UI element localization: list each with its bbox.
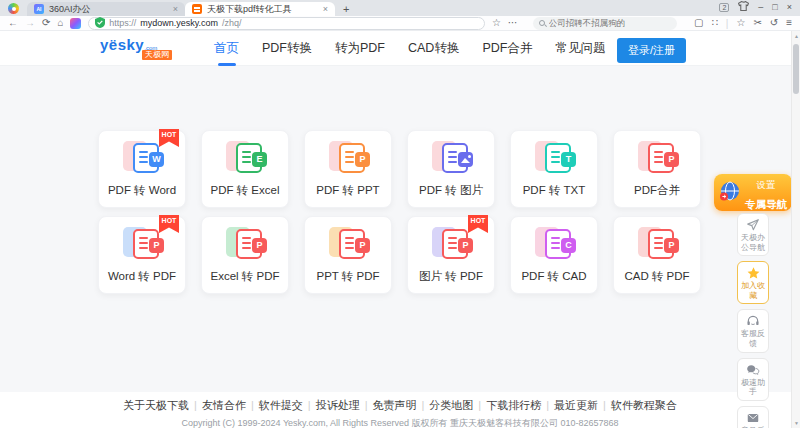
- doc-conversion-icon: P: [635, 227, 679, 261]
- tab-close-icon[interactable]: ×: [173, 4, 178, 14]
- card-label: PDF 转 CAD: [521, 269, 586, 284]
- browser-360-logo-icon[interactable]: [8, 3, 19, 14]
- address-bar[interactable]: https://mydown.yesky.com/zhq/: [88, 17, 485, 30]
- ai-app-icon[interactable]: [70, 18, 81, 29]
- tool-card[interactable]: PDF 转 图片: [407, 130, 495, 208]
- side-tool[interactable]: 客服反馈: [737, 309, 769, 352]
- side-tool[interactable]: 天极办公导航: [737, 213, 769, 256]
- tab-close-icon[interactable]: ×: [323, 4, 328, 14]
- tool-card[interactable]: TPDF 转 TXT: [510, 130, 598, 208]
- copyright-text: Copyright (C) 1999-2024 Yesky.com, All R…: [0, 417, 800, 428]
- doc-conversion-icon: C: [532, 227, 576, 261]
- tab-yesky-pdf-tool[interactable]: 天极下载pdf转化工具 ×: [185, 2, 335, 16]
- tool-card[interactable]: PCAD 转 PDF: [613, 216, 701, 294]
- toolbar-right-icons: ▢ ∷ | ☆ ✂ ↺ ≡: [694, 18, 792, 29]
- tool-card[interactable]: PHOTWord 转 PDF: [98, 216, 186, 294]
- nav-item[interactable]: 转为PDF: [335, 40, 385, 57]
- favorites-add-icon[interactable]: ☆: [736, 18, 745, 28]
- more-options-icon[interactable]: ⋯: [508, 18, 518, 28]
- card-label: PDF合并: [634, 183, 680, 198]
- close-button[interactable]: ×: [787, 2, 792, 12]
- card-label: PPT 转 PDF: [316, 269, 379, 284]
- side-tool-label: 极速助手: [741, 378, 765, 397]
- tool-card[interactable]: CPDF 转 CAD: [510, 216, 598, 294]
- footer-link[interactable]: 下载排行榜: [486, 399, 541, 411]
- nav-item[interactable]: PDF转换: [262, 40, 312, 57]
- profile-count-badge[interactable]: 2: [719, 3, 729, 12]
- toolbar-divider: |: [726, 18, 729, 29]
- tool-card[interactable]: EPDF 转 Excel: [201, 130, 289, 208]
- doc-front-shape: P: [442, 229, 468, 259]
- custom-nav-badge[interactable]: 设置 专属导航: [714, 174, 792, 211]
- security-shield-icon[interactable]: [95, 17, 105, 30]
- restore-undo-icon[interactable]: ↺: [770, 18, 778, 28]
- footer-link[interactable]: 友情合作: [202, 399, 246, 411]
- doc-conversion-icon: P: [326, 141, 370, 175]
- card-label: PDF 转 图片: [419, 183, 483, 198]
- footer-separator: |: [478, 399, 481, 411]
- search-input[interactable]: [549, 18, 659, 28]
- home-icon[interactable]: ⌂: [57, 18, 63, 28]
- side-tool[interactable]: 加入收藏: [737, 261, 769, 304]
- yesky-logo[interactable]: yësky.com 天极网: [100, 37, 186, 60]
- card-label: 图片 转 PDF: [419, 269, 483, 284]
- scroll-down-icon[interactable]: ▼: [792, 420, 800, 426]
- letter-badge: P: [458, 238, 473, 253]
- tool-card[interactable]: PExcel 转 PDF: [201, 216, 289, 294]
- nav-item[interactable]: PDF合并: [482, 40, 532, 57]
- tool-card[interactable]: PPDF 转 PPT: [304, 130, 392, 208]
- back-icon[interactable]: ←: [8, 18, 18, 28]
- letter-badge: P: [664, 152, 679, 167]
- nav-item[interactable]: CAD转换: [408, 40, 459, 57]
- footer-link[interactable]: 投诉处理: [316, 399, 360, 411]
- tab-360ai-office[interactable]: AI 360AI办公 ×: [27, 2, 185, 16]
- doc-front-shape: P: [133, 229, 159, 259]
- apps-grid-icon[interactable]: ∷: [711, 18, 717, 28]
- letter-badge: P: [355, 152, 370, 167]
- side-tool[interactable]: 极速助手: [737, 358, 769, 401]
- page-scrollbar[interactable]: ▲ ▼: [791, 31, 800, 428]
- doc-front-shape: P: [339, 229, 365, 259]
- page-main: WHOTPDF 转 WordEPDF 转 ExcelPPDF 转 PPTPDF …: [0, 66, 800, 392]
- footer-separator: |: [422, 399, 425, 411]
- footer-separator: |: [194, 399, 197, 411]
- new-tab-button[interactable]: +: [343, 3, 349, 15]
- tool-card[interactable]: PHOT图片 转 PDF: [407, 216, 495, 294]
- reload-icon[interactable]: ⟳: [42, 18, 50, 28]
- tool-card[interactable]: WHOTPDF 转 Word: [98, 130, 186, 208]
- footer-link[interactable]: 最近更新: [554, 399, 598, 411]
- footer-link[interactable]: 软件教程聚合: [611, 399, 677, 411]
- doc-conversion-icon: P: [326, 227, 370, 261]
- sidebar-icon[interactable]: ▢: [694, 18, 703, 28]
- bookmark-star-icon[interactable]: ☆: [492, 18, 501, 28]
- footer-link[interactable]: 软件提交: [259, 399, 303, 411]
- url-path: /zhq/: [222, 18, 242, 28]
- login-register-button[interactable]: 登录/注册: [617, 38, 686, 63]
- forward-icon[interactable]: →: [25, 18, 35, 28]
- tool-card[interactable]: PPPT 转 PDF: [304, 216, 392, 294]
- search-box[interactable]: [533, 17, 677, 30]
- tool-card[interactable]: PPDF合并: [613, 130, 701, 208]
- nav-item[interactable]: 常见问题: [555, 40, 605, 57]
- card-label: Word 转 PDF: [108, 269, 176, 284]
- yesky-favicon-icon: [192, 4, 202, 14]
- screenshot-scissors-icon[interactable]: ✂: [753, 18, 761, 28]
- letter-badge: C: [561, 238, 576, 253]
- nav-item[interactable]: 首页: [214, 40, 239, 57]
- doc-conversion-icon: T: [532, 141, 576, 175]
- scroll-up-icon[interactable]: ▲: [792, 33, 800, 39]
- window-controls: 2 – □ ×: [719, 1, 792, 13]
- footer-separator: |: [546, 399, 549, 411]
- side-tool[interactable]: 意见反馈: [737, 406, 769, 428]
- minimize-button[interactable]: –: [758, 2, 763, 12]
- doc-front-shape: P: [339, 143, 365, 173]
- letter-badge: P: [252, 238, 267, 253]
- scrollbar-thumb[interactable]: [793, 44, 799, 94]
- menu-icon[interactable]: ≡: [786, 18, 792, 28]
- doc-front-shape: P: [648, 229, 674, 259]
- footer-link[interactable]: 分类地图: [429, 399, 473, 411]
- footer-link[interactable]: 免责声明: [373, 399, 417, 411]
- maximize-button[interactable]: □: [772, 2, 777, 12]
- theme-shirt-icon[interactable]: [738, 1, 749, 13]
- footer-link[interactable]: 关于天极下载: [123, 399, 189, 411]
